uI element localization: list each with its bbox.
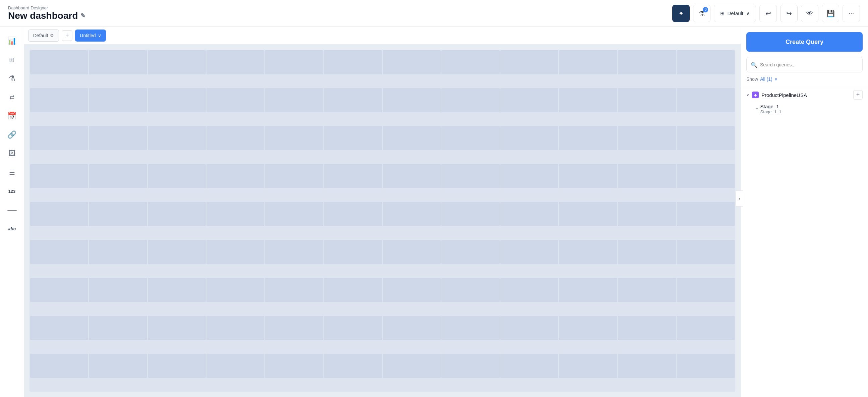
redo-button[interactable]: ↪ <box>780 5 798 22</box>
grid-cell[interactable] <box>618 50 676 74</box>
grid-cell[interactable] <box>618 202 676 226</box>
grid-cell[interactable] <box>383 316 441 340</box>
grid-cell[interactable] <box>265 50 323 74</box>
grid-cell[interactable] <box>265 278 323 302</box>
grid-cell[interactable] <box>500 202 558 226</box>
grid-cell[interactable] <box>500 278 558 302</box>
grid-cell[interactable] <box>30 240 88 264</box>
grid-cell[interactable] <box>207 316 265 340</box>
grid-cell[interactable] <box>148 126 206 150</box>
grid-cell[interactable] <box>207 354 265 378</box>
grid-cell[interactable] <box>559 354 617 378</box>
tab-untitled[interactable]: Untitled ∨ <box>75 30 105 41</box>
grid-cell[interactable] <box>383 202 441 226</box>
search-input[interactable] <box>760 62 858 67</box>
grid-cell[interactable] <box>148 202 206 226</box>
grid-cell[interactable] <box>30 126 88 150</box>
undo-button[interactable]: ↩ <box>760 5 777 22</box>
grid-cell[interactable] <box>500 126 558 150</box>
grid-cell[interactable] <box>383 240 441 264</box>
sidebar-item-divider[interactable]: —·— <box>3 201 21 219</box>
grid-cell[interactable] <box>265 88 323 112</box>
grid-cell[interactable] <box>324 126 382 150</box>
grid-cell[interactable] <box>265 240 323 264</box>
grid-cell[interactable] <box>500 50 558 74</box>
grid-cell[interactable] <box>324 316 382 340</box>
grid-cell[interactable] <box>30 316 88 340</box>
grid-cell[interactable] <box>89 88 147 112</box>
sidebar-item-calendar[interactable]: 📅 <box>3 107 21 125</box>
grid-cell[interactable] <box>677 164 735 188</box>
grid-cell[interactable] <box>677 240 735 264</box>
grid-cell[interactable] <box>148 278 206 302</box>
grid-cell[interactable] <box>677 278 735 302</box>
grid-cell[interactable] <box>500 354 558 378</box>
grid-cell[interactable] <box>89 354 147 378</box>
grid-cell[interactable] <box>89 316 147 340</box>
grid-cell[interactable] <box>677 88 735 112</box>
tab-add-button[interactable]: + <box>62 30 72 41</box>
grid-cell[interactable] <box>265 164 323 188</box>
grid-cell[interactable] <box>324 278 382 302</box>
grid-cell[interactable] <box>677 202 735 226</box>
grid-cell[interactable] <box>441 88 499 112</box>
grid-cell[interactable] <box>559 126 617 150</box>
grid-cell[interactable] <box>265 316 323 340</box>
collapse-panel-arrow[interactable]: › <box>735 190 743 207</box>
grid-cell[interactable] <box>89 240 147 264</box>
grid-cell[interactable] <box>618 354 676 378</box>
search-box[interactable]: 🔍 <box>746 57 863 72</box>
grid-cell[interactable] <box>148 164 206 188</box>
sidebar-item-filter[interactable]: ⚗ <box>3 70 21 87</box>
sidebar-item-arrows[interactable]: ⇄ <box>3 89 21 106</box>
grid-cell[interactable] <box>618 88 676 112</box>
grid-cell[interactable] <box>618 278 676 302</box>
grid-cell[interactable] <box>89 164 147 188</box>
show-value[interactable]: All (1) <box>760 77 773 82</box>
sidebar-item-link[interactable]: 🔗 <box>3 126 21 144</box>
grid-cell[interactable] <box>383 88 441 112</box>
grid-cell[interactable] <box>441 354 499 378</box>
save-button[interactable]: 💾 <box>822 5 839 22</box>
grid-cell[interactable] <box>441 202 499 226</box>
grid-cell[interactable] <box>383 164 441 188</box>
grid-cell[interactable] <box>441 316 499 340</box>
grid-cell[interactable] <box>324 354 382 378</box>
grid-cell[interactable] <box>30 50 88 74</box>
tab-settings-icon[interactable]: ⚙ <box>50 33 54 38</box>
grid-cell[interactable] <box>148 240 206 264</box>
grid-cell[interactable] <box>500 240 558 264</box>
grid-cell[interactable] <box>89 278 147 302</box>
grid-cell[interactable] <box>383 354 441 378</box>
query-group-header[interactable]: ∨ ◆ ProductPipelineUSA + <box>746 90 863 99</box>
grid-cell[interactable] <box>559 240 617 264</box>
grid-cell[interactable] <box>559 316 617 340</box>
sidebar-item-text[interactable]: abc <box>3 220 21 237</box>
grid-cell[interactable] <box>441 50 499 74</box>
grid-cell[interactable] <box>383 126 441 150</box>
grid-cell[interactable] <box>559 164 617 188</box>
grid-cell[interactable] <box>207 278 265 302</box>
grid-cell[interactable] <box>207 202 265 226</box>
grid-cell[interactable] <box>265 202 323 226</box>
grid-cell[interactable] <box>324 202 382 226</box>
filter-button[interactable]: ⚗ 0 <box>693 5 711 22</box>
sidebar-item-chart[interactable]: 📊 <box>3 32 21 50</box>
grid-cell[interactable] <box>324 88 382 112</box>
grid-cell[interactable] <box>148 88 206 112</box>
grid-cell[interactable] <box>324 240 382 264</box>
grid-cell[interactable] <box>500 164 558 188</box>
grid-cell[interactable] <box>677 354 735 378</box>
grid-cell[interactable] <box>89 202 147 226</box>
grid-cell[interactable] <box>30 164 88 188</box>
grid-cell[interactable] <box>677 126 735 150</box>
grid-cell[interactable] <box>500 88 558 112</box>
grid-cell[interactable] <box>148 354 206 378</box>
grid-cell[interactable] <box>441 164 499 188</box>
grid-cell[interactable] <box>559 88 617 112</box>
grid-cell[interactable] <box>618 316 676 340</box>
grid-cell[interactable] <box>618 126 676 150</box>
grid-cell[interactable] <box>30 202 88 226</box>
grid-cell[interactable] <box>324 164 382 188</box>
grid-cell[interactable] <box>618 240 676 264</box>
